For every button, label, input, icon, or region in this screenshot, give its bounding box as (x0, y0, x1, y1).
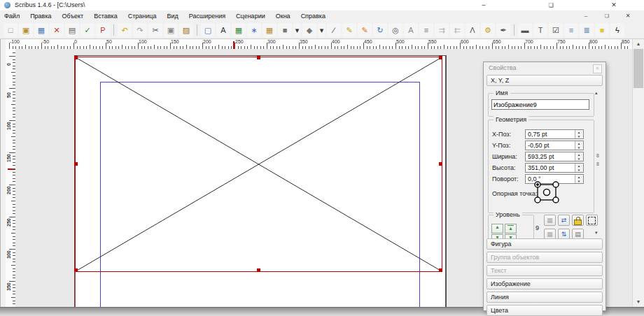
mdi-close-button[interactable]: ✕ (620, 11, 636, 20)
insert-bezier-button[interactable]: ✎ (342, 23, 356, 37)
height-spin-down-icon[interactable]: ▾ (575, 168, 582, 172)
close-document-button[interactable]: ✕ (50, 23, 64, 37)
menu-Вид[interactable]: Вид (167, 13, 178, 20)
panel-close-button[interactable]: ✕ (593, 64, 602, 73)
story-editor-button[interactable]: ≡ (419, 23, 433, 37)
copy-button[interactable]: ▣ (164, 23, 178, 37)
minimize-button[interactable]: – (473, 0, 494, 10)
selection-handle[interactable] (439, 162, 442, 166)
vertical-scrollbar[interactable]: ▲ ▼ (632, 39, 644, 307)
menu-Окна[interactable]: Окна (276, 13, 290, 20)
chain-link-icon[interactable]: 8 (596, 153, 599, 158)
image-frame[interactable] (75, 57, 442, 272)
tab-xyz[interactable]: X, Y, Z (486, 75, 603, 86)
unlink-text-frames-button[interactable]: ⇇ (450, 23, 464, 37)
mdi-restore-button[interactable]: ❏ (599, 11, 615, 20)
redo-button[interactable]: ↷ (133, 23, 147, 37)
measurements-button[interactable]: Λ (465, 23, 479, 37)
print-document-button[interactable]: ▤ (65, 23, 79, 37)
rotation-spinner[interactable]: ▴▾ (575, 175, 583, 183)
text-annotation-button[interactable]: ■ (595, 23, 609, 37)
height-spinner[interactable]: ▴▾ (575, 164, 583, 172)
pdf-combo-box-button[interactable]: ≡ (564, 23, 578, 37)
basepoint-selector[interactable] (533, 180, 560, 204)
select-item-button[interactable]: ▢ (201, 23, 215, 37)
insert-freehand-button[interactable]: ✎ (358, 23, 372, 37)
mdi-minimize-button[interactable]: – (578, 11, 594, 20)
width-spinner[interactable]: ▴▾ (575, 152, 583, 161)
save-document-button[interactable]: ▦ (34, 23, 48, 37)
open-document-button[interactable]: ▣ (19, 23, 33, 37)
selection-handle[interactable] (257, 268, 260, 272)
rotate-item-button[interactable]: ↻ (373, 23, 387, 37)
paste-button[interactable]: ▨ (179, 23, 193, 37)
insert-line-button[interactable]: ∕ (327, 23, 341, 37)
section-Фигура[interactable]: Фигура (486, 238, 603, 250)
y-pos-spin-down-icon[interactable]: ▾ (575, 145, 582, 150)
y-pos-field[interactable]: -0,50 pt▴▾ (525, 141, 584, 150)
menu-Файл[interactable]: Файл (4, 13, 20, 20)
rotation-spin-down-icon[interactable]: ▾ (575, 179, 582, 183)
link-text-frames-button[interactable]: ⇉ (435, 23, 449, 37)
raise-to-top-button[interactable]: ▲ (505, 224, 517, 234)
insert-shape-button[interactable]: ■ (278, 23, 292, 37)
shape-dropdown-button[interactable]: ▾ (293, 23, 301, 37)
x-pos-spin-down-icon[interactable]: ▾ (575, 134, 582, 138)
selection-handle[interactable] (257, 56, 260, 59)
edit-contents-button[interactable]: A (404, 23, 418, 37)
section-Текст[interactable]: Текст (486, 265, 603, 276)
insert-polygon-button[interactable]: ◆ (302, 23, 316, 37)
export-pdf-button[interactable]: P (96, 23, 110, 37)
width-spin-down-icon[interactable]: ▾ (575, 157, 582, 161)
insert-table-button[interactable]: ▦ (262, 23, 276, 37)
raise-button[interactable]: ▲ (491, 224, 503, 234)
vertical-ruler[interactable]: 050100150200250300350 (6, 49, 16, 307)
pdf-check-box-button[interactable]: ☑ (549, 23, 563, 37)
polygon-dropdown-button[interactable]: ▾ (318, 23, 326, 37)
section-Группа объектов[interactable]: Группа объектов (486, 252, 603, 263)
menu-Страница[interactable]: Страница (128, 13, 157, 20)
selection-handle[interactable] (74, 56, 78, 59)
pdf-push-button-button[interactable]: ▬ (518, 23, 532, 37)
scroll-up-icon[interactable]: ▲ (633, 39, 644, 49)
scroll-down-icon[interactable]: ▼ (633, 297, 644, 307)
frame-name-input[interactable] (491, 99, 589, 110)
x-pos-spinner[interactable]: ▴▾ (575, 130, 583, 138)
close-button[interactable]: ✕ (603, 0, 624, 10)
section-Изображение[interactable]: Изображение (486, 278, 603, 289)
menu-Расширения[interactable]: Расширения (189, 13, 225, 20)
page[interactable] (74, 55, 447, 307)
chain-link-icon[interactable]: 8 (596, 161, 599, 166)
preflight-verifier-button[interactable]: ✓ (80, 23, 94, 37)
scrollbar-thumb[interactable] (634, 49, 643, 88)
restore-button[interactable]: ❏ (540, 0, 561, 10)
width-field[interactable]: 593,25 pt▴▾ (525, 152, 584, 161)
selection-handle[interactable] (439, 268, 442, 272)
menu-Объект[interactable]: Объект (62, 13, 84, 20)
y-pos-spinner[interactable]: ▴▾ (575, 141, 583, 150)
selection-handle[interactable] (439, 56, 442, 59)
eye-dropper-button[interactable]: ✒ (496, 23, 510, 37)
insert-text-frame-button[interactable]: A (216, 23, 230, 37)
horizontal-ruler[interactable]: -100-50050100150200250300350400450500550… (6, 39, 632, 50)
cut-button[interactable]: ✂ (148, 23, 162, 37)
lock-size-button[interactable] (586, 215, 598, 226)
pdf-list-box-button[interactable]: ≣ (580, 23, 594, 37)
flip-horizontal-button[interactable]: ⇄ (558, 215, 570, 226)
panel-scroll-down-icon[interactable]: ▾ (595, 230, 598, 236)
insert-render-frame-button[interactable]: ∗ (247, 23, 261, 37)
section-Линия[interactable]: Линия (486, 292, 603, 303)
panel-scroll-up-icon[interactable]: ▴ (595, 90, 598, 96)
new-document-button[interactable]: □ (4, 23, 18, 37)
flip-horizontal-image-button[interactable]: ▦ (544, 215, 556, 226)
copy-properties-button[interactable]: ⚙ (481, 23, 495, 37)
lock-object-button[interactable] (572, 215, 584, 226)
zoom-tool-button[interactable]: ◎ (388, 23, 402, 37)
link-annotation-button[interactable]: ϟ (610, 23, 624, 37)
menu-Справка[interactable]: Справка (301, 13, 326, 20)
menu-Вставка[interactable]: Вставка (94, 13, 117, 20)
menu-Правка[interactable]: Правка (30, 13, 51, 20)
insert-image-frame-button[interactable]: ▦ (232, 23, 246, 37)
section-Цвета[interactable]: Цвета (486, 305, 603, 316)
pdf-text-field-button[interactable]: T (533, 23, 547, 37)
